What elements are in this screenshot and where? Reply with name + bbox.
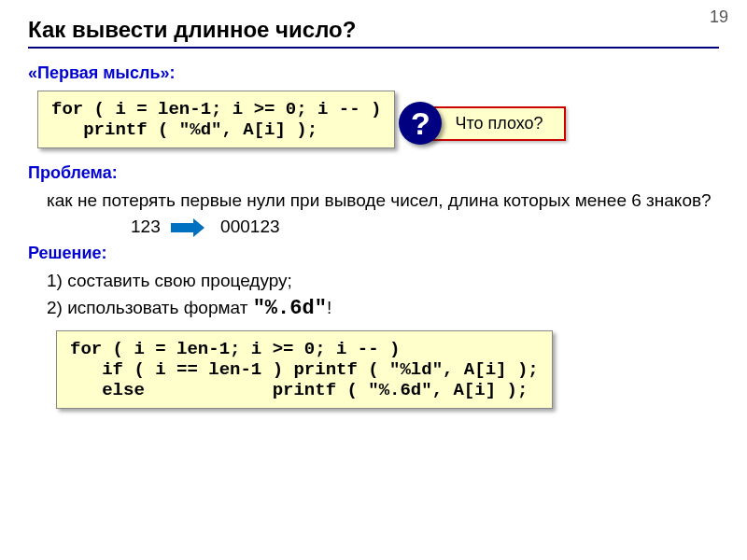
first-thought-row: for ( i = len-1; i >= 0; i -- ) printf (… (28, 89, 719, 158)
solution-item-2: 2) использовать формат "%.6d"! (47, 295, 719, 323)
example-left: 123 (131, 217, 161, 236)
page-number: 19 (710, 7, 728, 27)
section-first-thought: «Первая мысль»: (28, 63, 719, 83)
section-problem: Проблема: (28, 163, 719, 183)
solution-item-2-exclaim: ! (327, 298, 331, 317)
arrow-icon (171, 223, 195, 232)
slide: 19 Как вывести длинное число? «Первая мы… (0, 0, 747, 560)
section-solution: Решение: (28, 244, 719, 263)
slide-title: Как вывести длинное число? (28, 17, 719, 49)
code-block-2: for ( i = len-1; i >= 0; i -- ) if ( i =… (56, 330, 553, 409)
problem-example: 123 000123 (131, 215, 719, 239)
example-right: 000123 (220, 217, 279, 236)
solution-item-2-format: "%.6d" (253, 297, 327, 320)
solution-item-1: 1) составить свою процедуру; (47, 269, 719, 293)
code-block-1: for ( i = len-1; i >= 0; i -- ) printf (… (37, 91, 395, 148)
solution-item-2-text: 2) использовать формат (47, 298, 253, 317)
problem-text: как не потерять первые нули при выводе ч… (47, 189, 719, 213)
question-box: Что плохо? (423, 106, 565, 141)
